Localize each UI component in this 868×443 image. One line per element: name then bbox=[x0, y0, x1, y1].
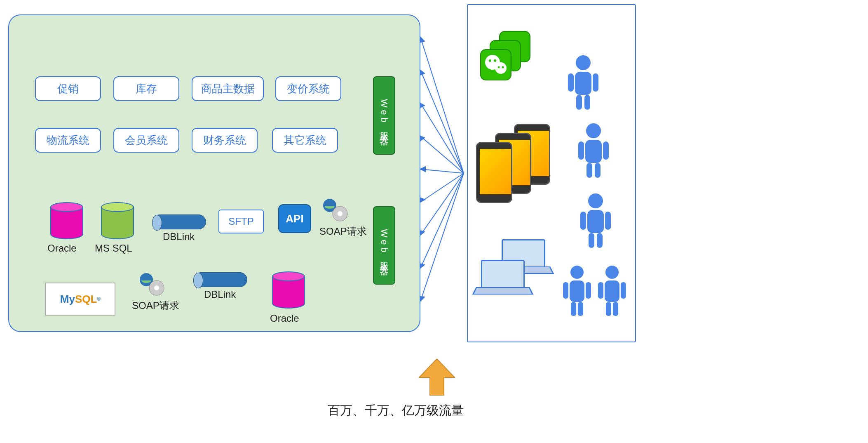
svg-rect-33 bbox=[593, 73, 598, 92]
svg-line-8 bbox=[420, 173, 464, 301]
soap-label-2: SOAP请求 bbox=[132, 299, 179, 312]
svg-point-29 bbox=[502, 66, 504, 68]
svg-rect-51 bbox=[586, 282, 591, 299]
svg-rect-37 bbox=[585, 140, 602, 163]
svg-rect-44 bbox=[580, 212, 586, 230]
dblink2-icon bbox=[194, 272, 247, 287]
mssql-db-icon bbox=[101, 202, 134, 239]
svg-rect-31 bbox=[575, 72, 591, 95]
svg-line-0 bbox=[420, 37, 464, 173]
soap-icon-2 bbox=[138, 272, 167, 297]
svg-rect-34 bbox=[576, 95, 582, 110]
svg-rect-39 bbox=[603, 141, 609, 160]
svg-rect-32 bbox=[568, 73, 574, 92]
svg-rect-50 bbox=[563, 282, 568, 299]
svg-rect-35 bbox=[584, 95, 590, 110]
dblink1-icon bbox=[152, 214, 206, 229]
svg-rect-58 bbox=[606, 302, 611, 316]
mysql-logo: MySQL® bbox=[45, 283, 115, 316]
svg-rect-56 bbox=[598, 282, 603, 299]
svg-point-26 bbox=[489, 59, 491, 62]
dblink1-label: DBLink bbox=[163, 231, 195, 243]
box-other: 其它系统 bbox=[272, 128, 338, 153]
svg-line-7 bbox=[420, 173, 464, 268]
mssql-db-label: MS SQL bbox=[95, 243, 132, 254]
svg-point-25 bbox=[495, 62, 507, 74]
svg-rect-43 bbox=[587, 210, 604, 233]
svg-rect-38 bbox=[578, 141, 584, 160]
svg-rect-57 bbox=[621, 282, 626, 299]
oracle-db2-label: Oracle bbox=[270, 313, 299, 324]
box-finance: 财务系统 bbox=[192, 128, 258, 153]
oracle-db-label: Oracle bbox=[47, 243, 77, 254]
svg-line-1 bbox=[420, 70, 464, 173]
soap-label-1: SOAP请求 bbox=[319, 225, 367, 238]
dblink2-label: DBLink bbox=[204, 289, 236, 300]
svg-line-5 bbox=[420, 173, 464, 202]
svg-point-28 bbox=[498, 66, 500, 68]
soap-icon-1 bbox=[321, 198, 350, 223]
svg-rect-41 bbox=[595, 163, 601, 178]
arrow-up-icon bbox=[418, 359, 455, 396]
box-product-master: 商品主数据 bbox=[192, 76, 264, 101]
web-server-2: Web服务器 bbox=[373, 206, 395, 285]
svg-point-30 bbox=[576, 55, 591, 70]
svg-point-23 bbox=[154, 285, 159, 290]
svg-line-2 bbox=[420, 103, 464, 173]
svg-point-54 bbox=[605, 266, 619, 279]
svg-point-48 bbox=[570, 266, 584, 279]
svg-point-27 bbox=[494, 59, 496, 62]
person-icon bbox=[596, 264, 629, 318]
svg-line-4 bbox=[420, 169, 464, 173]
svg-marker-13 bbox=[420, 167, 425, 172]
svg-rect-45 bbox=[605, 212, 611, 230]
box-member: 会员系统 bbox=[113, 128, 179, 153]
svg-point-20 bbox=[338, 211, 343, 216]
svg-rect-53 bbox=[578, 302, 583, 316]
api-box: API bbox=[278, 204, 311, 233]
traffic-label: 百万、千万、亿万级流量 bbox=[328, 402, 464, 419]
svg-rect-49 bbox=[570, 280, 584, 302]
box-logistics: 物流系统 bbox=[35, 128, 101, 153]
person-icon bbox=[575, 122, 612, 179]
box-stock: 库存 bbox=[113, 76, 179, 101]
svg-line-3 bbox=[420, 136, 464, 173]
oracle-db2-icon bbox=[272, 271, 305, 309]
svg-line-6 bbox=[420, 173, 464, 235]
svg-rect-52 bbox=[571, 302, 576, 316]
svg-point-42 bbox=[588, 193, 603, 208]
person-icon bbox=[565, 54, 602, 111]
svg-marker-60 bbox=[419, 359, 455, 395]
svg-rect-40 bbox=[586, 163, 592, 178]
svg-rect-55 bbox=[605, 280, 619, 302]
svg-point-36 bbox=[586, 123, 601, 138]
box-promotion: 促销 bbox=[35, 76, 101, 101]
person-icon bbox=[561, 264, 594, 318]
svg-rect-47 bbox=[597, 233, 603, 248]
svg-rect-59 bbox=[613, 302, 618, 316]
sftp-box: SFTP bbox=[218, 210, 264, 233]
svg-rect-46 bbox=[589, 233, 594, 248]
person-icon bbox=[577, 192, 614, 250]
box-pricing: 变价系统 bbox=[275, 76, 341, 101]
oracle-db-icon bbox=[50, 202, 83, 239]
web-server-1: Web服务器 bbox=[373, 76, 395, 155]
